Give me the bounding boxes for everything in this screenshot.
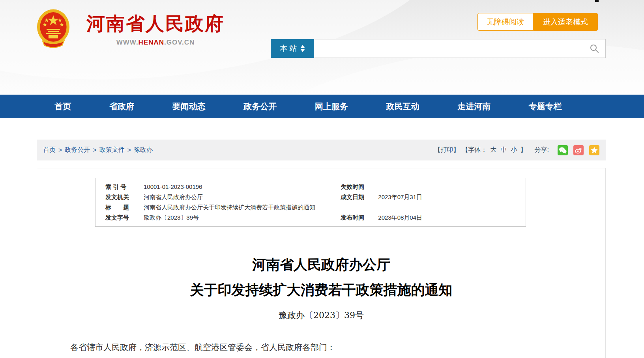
accessibility-reading-button[interactable]: 无障碍阅读 — [477, 13, 533, 31]
print-button[interactable]: 【打印】 — [434, 146, 460, 154]
breadcrumb-separator: > — [58, 147, 62, 154]
document-salutation: 各省辖市人民政府，济源示范区、航空港区管委会，省人民政府各部门： — [37, 340, 605, 355]
breadcrumb-separator: > — [127, 147, 131, 154]
nav-item-home[interactable]: 首页 — [54, 101, 71, 112]
screen-artifact — [595, 0, 599, 2]
breadcrumb-home[interactable]: 首页 — [43, 146, 56, 154]
site-logo[interactable]: 河南省人民政府 WWW.HENAN.GOV.CN — [37, 7, 225, 51]
nav-item-about-henan[interactable]: 走进河南 — [457, 101, 490, 112]
article-container: 索 引 号 10001-01-2023-00196 失效时间 发文机关 河南省人… — [37, 168, 606, 358]
breadcrumb-gov-affairs[interactable]: 政务公开 — [65, 146, 90, 154]
meta-doc-number-label: 发文字号 — [95, 213, 144, 223]
nav-item-online-services[interactable]: 网上服务 — [315, 101, 348, 112]
meta-publish-date-label: 发布时间 — [341, 213, 378, 223]
meta-issue-date-value: 2023年07月31日 — [378, 192, 422, 202]
document-number: 豫政办〔2023〕39号 — [37, 310, 605, 321]
nav-item-news[interactable]: 要闻动态 — [172, 101, 206, 112]
font-size-label-close: 】 — [520, 146, 527, 154]
meta-expiry-label: 失效时间 — [341, 182, 378, 192]
site-title: 河南省人民政府 — [86, 13, 225, 34]
document-title-line1: 河南省人民政府办公厅 — [37, 255, 605, 274]
metadata-row: 索 引 号 10001-01-2023-00196 失效时间 — [95, 182, 526, 192]
share-label: 分享: — [535, 146, 549, 154]
search-divider — [583, 44, 583, 53]
meta-publish-date-value: 2023年08月04日 — [378, 213, 422, 223]
font-size-small-button[interactable]: 小 — [511, 146, 517, 154]
site-url: WWW.HENAN.GOV.CN — [86, 39, 225, 47]
search-scope-label: 本 站 — [280, 43, 297, 54]
breadcrumb-yuzhengban[interactable]: 豫政办 — [134, 146, 153, 154]
nav-item-provincial-government[interactable]: 省政府 — [109, 101, 134, 112]
nav-item-special-topics[interactable]: 专题专栏 — [529, 101, 562, 112]
meta-doc-number-value: 豫政办〔2023〕39号 — [144, 213, 199, 223]
breadcrumb-separator: > — [93, 147, 96, 154]
meta-issue-date-label: 成文日期 — [341, 192, 378, 202]
search-scope-dropdown[interactable]: 本 站 — [271, 39, 314, 58]
metadata-row: 发文字号 豫政办〔2023〕39号 发布时间 2023年08月04日 — [95, 213, 526, 223]
chevron-updown-icon — [300, 45, 305, 52]
document-metadata-table: 索 引 号 10001-01-2023-00196 失效时间 发文机关 河南省人… — [95, 178, 526, 227]
metadata-row: 发文机关 河南省人民政府办公厅 成文日期 2023年07月31日 — [95, 192, 526, 202]
metadata-row: 标 题 河南省人民政府办公厅关于印发持续扩大消费若干政策措施的通知 — [95, 202, 526, 213]
nav-item-gov-affairs[interactable]: 政务公开 — [243, 101, 277, 112]
main-navigation: 首页 省政府 要闻动态 政务公开 网上服务 政民互动 走进河南 专题专栏 — [0, 95, 644, 118]
national-emblem-icon — [37, 7, 70, 51]
share-weibo-icon[interactable] — [573, 145, 584, 155]
share-wechat-icon[interactable] — [558, 145, 568, 155]
site-search-bar: 本 站 — [271, 39, 606, 58]
font-size-medium-button[interactable]: 中 — [501, 146, 507, 154]
breadcrumb-toolbar-bar: 首页 > 政务公开 > 政策文件 > 豫政办 【打印】 【字体： 大 中 小 】… — [37, 140, 606, 160]
breadcrumb: 首页 > 政务公开 > 政策文件 > 豫政办 — [43, 146, 153, 154]
meta-issuing-agency-value: 河南省人民政府办公厅 — [144, 192, 203, 202]
font-size-label-open: 【字体： — [462, 146, 487, 154]
share-favorite-star-icon[interactable] — [589, 145, 599, 155]
meta-index-number-value: 10001-01-2023-00196 — [144, 182, 202, 192]
site-header: 河南省人民政府 WWW.HENAN.GOV.CN 无障碍阅读 进入适老模式 本 … — [0, 0, 644, 95]
meta-index-number-label: 索 引 号 — [95, 182, 144, 192]
meta-title-value: 河南省人民政府办公厅关于印发持续扩大消费若干政策措施的通知 — [144, 202, 315, 213]
meta-issuing-agency-label: 发文机关 — [95, 192, 144, 202]
breadcrumb-policy-documents[interactable]: 政策文件 — [99, 146, 125, 154]
meta-title-label: 标 题 — [95, 202, 144, 213]
page-toolbar: 【打印】 【字体： 大 中 小 】 分享: — [434, 145, 599, 155]
elder-mode-button[interactable]: 进入适老模式 — [533, 13, 598, 31]
font-size-large-button[interactable]: 大 — [490, 146, 497, 154]
search-input[interactable] — [314, 39, 583, 58]
nav-item-public-interaction[interactable]: 政民互动 — [386, 101, 419, 112]
search-icon[interactable] — [590, 44, 599, 53]
document-title-line2: 关于印发持续扩大消费若干政策措施的通知 — [37, 280, 605, 299]
